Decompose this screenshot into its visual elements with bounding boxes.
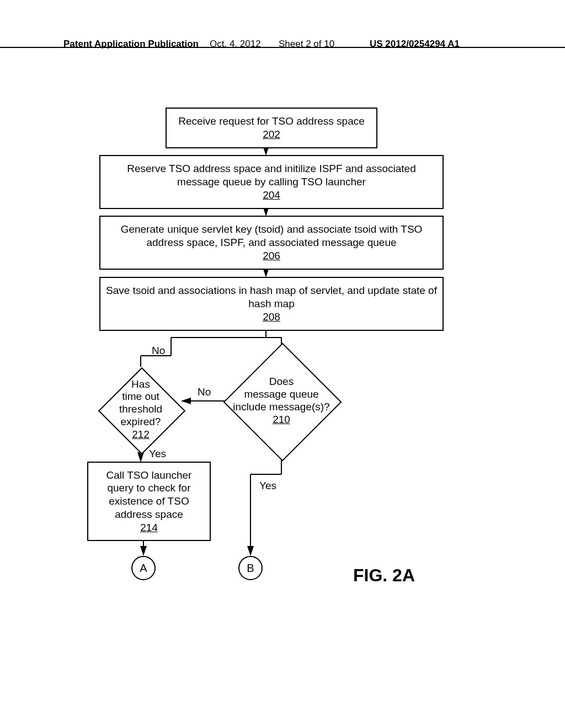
step-text: Reserve TSO address space and initilize … bbox=[106, 162, 437, 189]
step-text: Receive request for TSO address space bbox=[178, 115, 365, 128]
edge-label-no: No bbox=[198, 386, 211, 398]
step-ref: 206 bbox=[263, 249, 280, 263]
edge-label-yes: Yes bbox=[259, 480, 276, 492]
decision-timeout-expired: Has time out threshold expired? 212 bbox=[86, 361, 196, 458]
step-text: Save tsoid and associations in hash map … bbox=[106, 284, 437, 311]
step-ref: 214 bbox=[140, 521, 158, 534]
edge-label-no: No bbox=[152, 345, 165, 357]
decision-message-queue: Does message queue include message(s)? 2… bbox=[210, 346, 353, 456]
line: Does bbox=[269, 376, 294, 388]
line: message queue bbox=[244, 388, 318, 401]
edge-label-yes: Yes bbox=[149, 448, 166, 460]
step-text: Generate unique servlet key (tsoid) and … bbox=[106, 223, 437, 249]
figure-label: FIG. 2A bbox=[353, 565, 415, 586]
step-reserve-address-space: Reserve TSO address space and initilize … bbox=[99, 155, 444, 209]
line: expired? bbox=[121, 416, 161, 429]
line: threshold bbox=[119, 403, 162, 416]
connector-a: A bbox=[131, 556, 156, 580]
header-date: Oct. 4, 2012 bbox=[210, 39, 261, 50]
header-pub-type: Patent Application Publication bbox=[63, 39, 199, 50]
step-text: Call TSO launcher query to check for exi… bbox=[94, 469, 204, 521]
line: time out bbox=[122, 390, 159, 403]
decision-text: Has time out threshold expired? 212 bbox=[86, 361, 196, 458]
step-ref: 208 bbox=[263, 311, 280, 324]
header-rule bbox=[0, 47, 565, 48]
decision-text: Does message queue include message(s)? 2… bbox=[210, 346, 353, 456]
line: include message(s)? bbox=[233, 401, 329, 414]
step-generate-servlet-key: Generate unique servlet key (tsoid) and … bbox=[99, 216, 444, 270]
step-save-hash-map: Save tsoid and associations in hash map … bbox=[99, 277, 444, 331]
step-ref: 212 bbox=[132, 429, 150, 441]
step-ref: 204 bbox=[263, 189, 280, 202]
step-ref: 210 bbox=[273, 414, 290, 426]
step-ref: 202 bbox=[263, 128, 280, 141]
connector-b: B bbox=[238, 556, 263, 580]
line: Has bbox=[131, 378, 150, 391]
header-sheet: Sheet 2 of 10 bbox=[279, 39, 334, 50]
page: Patent Application Publication Oct. 4, 2… bbox=[0, 0, 565, 728]
step-receive-request: Receive request for TSO address space 20… bbox=[166, 108, 377, 148]
step-call-tso-launcher-query: Call TSO launcher query to check for exi… bbox=[87, 462, 211, 541]
header-pubnum: US 2012/0254294 A1 bbox=[370, 39, 460, 50]
